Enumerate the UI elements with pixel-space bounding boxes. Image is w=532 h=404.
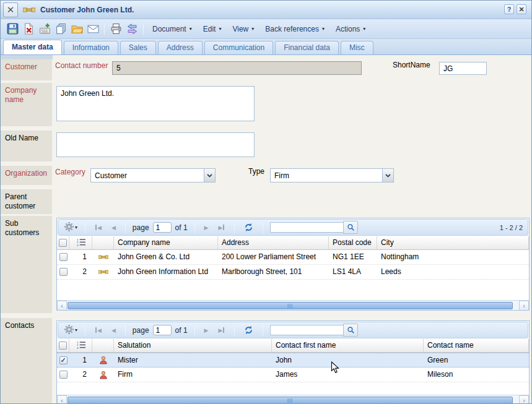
horizontal-scrollbar: ‹ ||| › xyxy=(57,300,529,310)
sub-customers-header: 123 Company name Address Postal code Cit… xyxy=(57,236,529,250)
row-checkbox[interactable] xyxy=(59,268,68,276)
search-input[interactable] xyxy=(270,325,343,335)
chevron-down-icon: ▾ xyxy=(251,26,254,32)
row-label-sub-customers: Sub customers xyxy=(1,216,52,313)
contacts-grid: ▾ ◀ ◀ page of 1 ▶ ▶ xyxy=(56,320,530,404)
scroll-right-button[interactable]: › xyxy=(519,301,529,311)
table-row[interactable]: 2 Firm James Mileson xyxy=(57,367,529,382)
table-row[interactable]: 2 John Green Information Ltd Marlborough… xyxy=(57,265,529,280)
page-label: page xyxy=(133,223,149,232)
scrollbar-thumb[interactable]: ||| xyxy=(68,302,513,309)
last-page-button[interactable]: ▶ xyxy=(215,327,229,333)
menu-back-references[interactable]: Back references▾ xyxy=(259,25,330,33)
record-range: 1 - 2 / 2 xyxy=(500,224,523,231)
tab-financial-data[interactable]: Financial data xyxy=(275,41,339,54)
grid-settings-button[interactable]: ▾ xyxy=(63,222,79,233)
help-button[interactable]: ? xyxy=(504,4,514,14)
first-page-button[interactable]: ◀ xyxy=(91,327,105,333)
next-page-button[interactable]: ▶ xyxy=(201,225,212,231)
delete-icon[interactable] xyxy=(20,22,37,36)
select-all-checkbox[interactable] xyxy=(59,239,67,247)
shortname-label: ShortName xyxy=(393,61,430,69)
row-label-parent-customer: Parent customer xyxy=(1,189,52,214)
table-row[interactable]: ✓ 1 Mister John Green xyxy=(57,353,529,367)
category-label: Category xyxy=(55,168,85,176)
old-name-field[interactable] xyxy=(56,132,255,157)
search-icon[interactable] xyxy=(343,221,358,234)
svg-text:3: 3 xyxy=(77,244,79,246)
of-label: of 1 xyxy=(175,223,188,232)
scroll-left-button[interactable]: ‹ xyxy=(57,301,67,311)
col-salutation[interactable]: Salutation xyxy=(114,339,272,352)
scroll-left-button[interactable]: ‹ xyxy=(57,395,67,404)
tab-misc[interactable]: Misc xyxy=(341,41,373,54)
transfer-icon[interactable] xyxy=(124,22,140,36)
contact-number-field[interactable] xyxy=(112,61,362,75)
chevron-down-icon: ▾ xyxy=(219,26,221,32)
page-input[interactable] xyxy=(153,222,172,233)
row-label-old-name: Old Name xyxy=(1,131,52,161)
last-page-button[interactable]: ▶ xyxy=(215,225,229,231)
prev-page-button[interactable]: ◀ xyxy=(108,327,120,333)
window-close-button[interactable]: ✕ xyxy=(517,4,526,14)
first-page-button[interactable]: ◀ xyxy=(91,225,105,231)
search-icon[interactable] xyxy=(343,324,358,337)
new-icon[interactable] xyxy=(37,22,53,36)
print-icon[interactable] xyxy=(108,22,124,36)
col-city[interactable]: City xyxy=(377,236,529,249)
col-postal-code[interactable]: Postal code xyxy=(329,236,377,249)
category-select[interactable]: Customer xyxy=(90,168,216,183)
chevron-down-icon[interactable] xyxy=(204,169,215,182)
window-close-left-button[interactable]: ✕ xyxy=(3,2,18,17)
refresh-button[interactable] xyxy=(240,325,257,335)
handshake-icon xyxy=(92,250,114,264)
shortname-field[interactable] xyxy=(439,62,487,75)
tab-master-data[interactable]: Master data xyxy=(3,40,62,54)
row-checkbox[interactable]: ✓ xyxy=(59,356,68,364)
person-icon xyxy=(92,367,114,382)
menu-edit[interactable]: Edit▾ xyxy=(198,25,227,33)
row-checkbox[interactable] xyxy=(59,371,68,379)
select-all-checkbox[interactable] xyxy=(59,342,67,350)
search-input[interactable] xyxy=(270,222,343,233)
row-number-icon: 123 xyxy=(69,236,92,249)
mail-icon[interactable] xyxy=(85,22,101,36)
company-name-field[interactable]: John Green Ltd. xyxy=(56,86,255,121)
page-input[interactable] xyxy=(153,325,172,335)
prev-page-button[interactable]: ◀ xyxy=(108,225,120,231)
row-label-contacts: Contacts xyxy=(1,318,52,404)
grid-settings-button[interactable]: ▾ xyxy=(63,325,79,336)
gear-icon xyxy=(64,325,74,336)
type-label: Type xyxy=(248,167,264,176)
type-select[interactable]: Firm xyxy=(270,168,394,183)
col-contact-name[interactable]: Contact name xyxy=(424,339,529,352)
menu-view[interactable]: View▾ xyxy=(227,25,259,33)
menu-actions[interactable]: Actions▾ xyxy=(330,25,371,33)
tab-address[interactable]: Address xyxy=(158,41,203,54)
col-address[interactable]: Address xyxy=(218,236,329,249)
tab-communication[interactable]: Communication xyxy=(204,41,273,54)
copy-icon[interactable] xyxy=(53,22,69,36)
master-data-panel: Customer Company name Old Name Organizat… xyxy=(1,55,531,403)
col-company-name[interactable]: Company name xyxy=(114,236,218,249)
row-checkbox[interactable] xyxy=(59,253,68,261)
horizontal-scrollbar: ‹ ||| › xyxy=(57,395,529,404)
tab-sales[interactable]: Sales xyxy=(120,41,156,54)
contact-number-label: Contact number xyxy=(55,61,108,70)
handshake-icon xyxy=(92,265,114,279)
table-row[interactable]: 1 John Green & Co. Ltd 200 Lower Parliam… xyxy=(57,250,529,265)
scrollbar-thumb[interactable]: ||| xyxy=(68,397,513,404)
title-bar: ✕ Customer John Green Ltd. ? ✕ xyxy=(1,1,531,19)
menu-document[interactable]: Document▾ xyxy=(147,25,198,33)
window-title: Customer John Green Ltd. xyxy=(40,6,134,14)
tab-information[interactable]: Information xyxy=(64,41,118,54)
sub-customers-grid: ▾ ◀ ◀ page of 1 ▶ ▶ 1 - 2 / 2 xyxy=(56,218,530,311)
sub-customers-toolbar: ▾ ◀ ◀ page of 1 ▶ ▶ 1 - 2 / 2 xyxy=(58,219,528,236)
chevron-down-icon[interactable] xyxy=(382,169,393,182)
next-page-button[interactable]: ▶ xyxy=(201,327,212,333)
save-icon[interactable] xyxy=(4,22,20,36)
refresh-button[interactable] xyxy=(240,223,257,232)
folder-icon[interactable] xyxy=(69,22,85,36)
scroll-right-button[interactable]: › xyxy=(519,395,529,404)
col-contact-first-name[interactable]: Contact first name xyxy=(272,339,424,352)
